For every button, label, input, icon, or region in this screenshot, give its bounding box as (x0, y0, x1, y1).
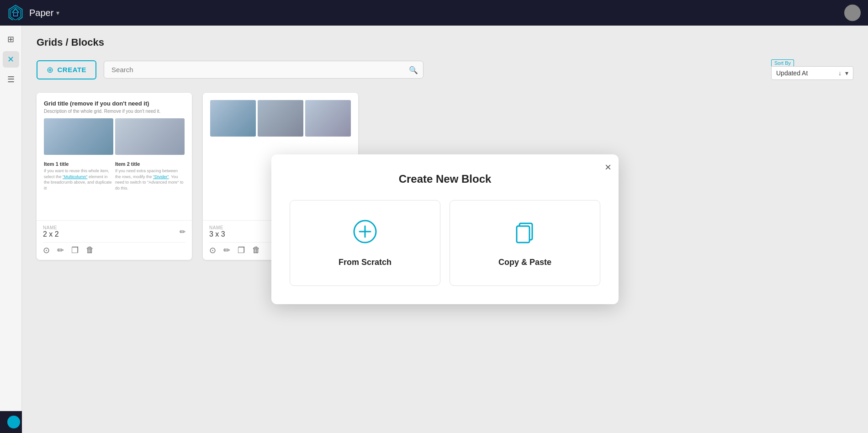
copy-paste-icon (512, 219, 538, 248)
copy-paste-option[interactable]: Copy & Paste (450, 200, 600, 286)
app-bar: Paper ▾ (0, 0, 868, 26)
from-scratch-option[interactable]: From Scratch (290, 200, 440, 286)
modal-options: From Scratch Copy & Paste (290, 200, 600, 286)
copy-paste-label: Copy & Paste (498, 258, 551, 267)
sidebar-icon-menu[interactable]: ☰ (3, 71, 19, 88)
modal-close-button[interactable]: × (605, 162, 611, 173)
svg-rect-6 (517, 226, 529, 243)
modal-title: Create New Block (290, 173, 600, 185)
app-logo (7, 4, 24, 22)
from-scratch-label: From Scratch (339, 258, 392, 267)
sidebar-icon-grid[interactable]: ⊞ (3, 31, 19, 48)
create-new-block-modal: × Create New Block From Scratch (271, 154, 619, 304)
app-title[interactable]: Paper ▾ (29, 8, 59, 18)
from-scratch-icon (352, 219, 378, 248)
left-sidebar: ⊞ ✕ ☰ (0, 26, 22, 433)
app-title-dropdown-arrow: ▾ (56, 9, 59, 16)
bottom-logo (7, 416, 20, 428)
user-avatar[interactable] (844, 5, 861, 21)
modal-overlay: × Create New Block From Scratch (22, 26, 868, 433)
sidebar-icon-close[interactable]: ✕ (3, 51, 19, 68)
modal-backdrop: Grids / Blocks ⊕ CREATE 🔍 Sort By Update… (22, 26, 868, 433)
